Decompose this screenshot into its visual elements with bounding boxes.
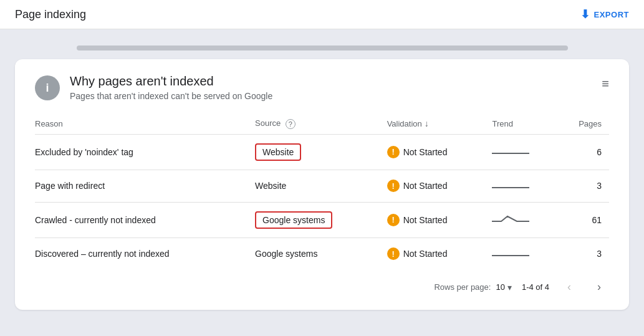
validation-cell: !Not Started	[387, 202, 493, 238]
warning-icon: !	[387, 180, 400, 192]
info-icon: i	[35, 75, 60, 100]
table-footer: Rows per page: 10 ▾ 1-4 of 4 ‹ ›	[35, 270, 609, 300]
main-content: i Why pages aren't indexed Pages that ar…	[0, 29, 644, 325]
source-cell: Google systems	[255, 238, 387, 270]
source-help-icon[interactable]: ?	[286, 119, 296, 129]
sort-arrow-icon[interactable]: ↓	[425, 118, 429, 128]
rows-per-page-label: Rows per page:	[434, 282, 491, 292]
validation-cell: !Not Started	[387, 170, 493, 202]
reason-cell: Excluded by 'noindex' tag	[35, 134, 255, 170]
col-trend: Trend	[492, 113, 562, 134]
download-icon: ⬇	[580, 7, 590, 21]
trend-cell	[492, 170, 562, 202]
scroll-indicator[interactable]	[77, 46, 568, 50]
export-button[interactable]: ⬇ EXPORT	[580, 7, 629, 21]
pages-cell: 61	[562, 202, 609, 238]
validation-cell: !Not Started	[387, 238, 493, 270]
col-validation: Validation ↓	[387, 113, 493, 134]
prev-page-button[interactable]: ‹	[559, 277, 579, 297]
col-reason: Reason	[35, 113, 255, 134]
card-subtitle: Pages that aren't indexed can't be serve…	[70, 91, 272, 101]
warning-icon: !	[387, 247, 400, 260]
trend-chart	[492, 247, 529, 259]
filter-icon[interactable]: ≡	[602, 77, 609, 91]
source-cell: Google systems	[255, 202, 387, 238]
col-source: Source ?	[255, 113, 387, 134]
trend-chart	[492, 145, 529, 157]
trend-cell	[492, 134, 562, 170]
source-highlight: Website	[255, 143, 301, 161]
warning-icon: !	[387, 146, 400, 158]
validation-status: Not Started	[403, 215, 448, 225]
warning-icon: !	[387, 214, 400, 226]
chevron-down-icon: ▾	[507, 282, 512, 292]
export-label: EXPORT	[594, 10, 629, 19]
indexing-card: i Why pages aren't indexed Pages that ar…	[15, 59, 629, 310]
validation-status: Not Started	[403, 181, 448, 191]
source-cell: Website	[255, 134, 387, 170]
trend-chart	[492, 213, 529, 225]
trend-chart	[492, 179, 529, 191]
source-cell: Website	[255, 170, 387, 202]
trend-cell	[492, 238, 562, 270]
reason-cell: Crawled - currently not indexed	[35, 202, 255, 238]
next-page-button[interactable]: ›	[589, 277, 609, 297]
card-header: i Why pages aren't indexed Pages that ar…	[35, 74, 609, 101]
card-header-left: i Why pages aren't indexed Pages that ar…	[35, 74, 272, 101]
pages-cell: 3	[562, 170, 609, 202]
rows-per-page-value: 10	[496, 282, 504, 292]
validation-status: Not Started	[403, 249, 448, 259]
validation-cell: !Not Started	[387, 134, 493, 170]
col-pages: Pages	[562, 113, 609, 134]
pages-cell: 3	[562, 238, 609, 270]
table-row: Page with redirectWebsite!Not Started3	[35, 170, 609, 202]
reason-cell: Page with redirect	[35, 170, 255, 202]
table-row: Crawled - currently not indexedGoogle sy…	[35, 202, 609, 238]
reason-cell: Discovered – currently not indexed	[35, 238, 255, 270]
indexing-table: Reason Source ? Validation ↓ Trend Pages	[35, 113, 609, 270]
rows-per-page-select[interactable]: 10 ▾	[496, 282, 511, 292]
trend-cell	[492, 202, 562, 238]
page-info: 1-4 of 4	[522, 282, 549, 292]
page-header: Page indexing ⬇ EXPORT	[0, 0, 644, 29]
pages-cell: 6	[562, 134, 609, 170]
card-title: Why pages aren't indexed	[70, 74, 272, 89]
card-title-group: Why pages aren't indexed Pages that aren…	[70, 74, 272, 101]
table-row: Excluded by 'noindex' tagWebsite!Not Sta…	[35, 134, 609, 170]
page-title: Page indexing	[15, 8, 86, 21]
source-highlight: Google systems	[255, 211, 332, 229]
table-row: Discovered – currently not indexedGoogle…	[35, 238, 609, 270]
validation-status: Not Started	[403, 147, 448, 157]
rows-per-page-group: Rows per page: 10 ▾	[434, 282, 512, 292]
